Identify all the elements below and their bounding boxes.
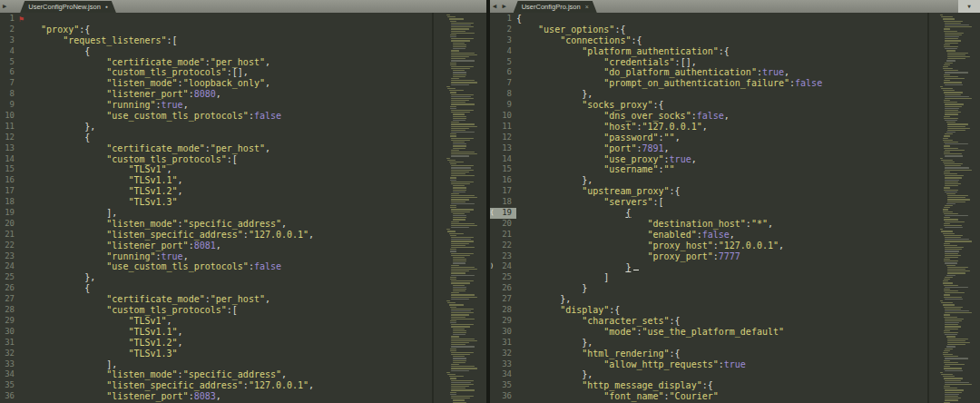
line-number: 23 <box>0 251 19 262</box>
code-line[interactable]: "proxy_port":7777 <box>516 251 938 262</box>
code-line[interactable]: "listen_mode":"loopback_only", <box>19 78 445 89</box>
code-line[interactable]: "listen_specific_address":"127.0.0.1", <box>19 380 445 391</box>
code-line[interactable]: "do_platform_authentication":true, <box>516 67 938 78</box>
code-line[interactable]: "password":"", <box>516 133 938 143</box>
code-line[interactable]: "use_custom_tls_protocols":false <box>19 261 445 272</box>
code-line[interactable]: "proxy":{ <box>19 25 445 35</box>
code-line[interactable]: { <box>516 208 938 219</box>
code-line[interactable]: ], <box>19 359 445 370</box>
nav-back-forward-icons[interactable]: ◀ ▶ <box>490 3 510 10</box>
minimap-line <box>945 319 964 319</box>
code-line[interactable]: ] <box>516 272 938 283</box>
minimap-line <box>451 167 471 168</box>
tab-overflow-button[interactable]: ▼ <box>958 0 980 13</box>
code-line[interactable]: "TLSv1.1", <box>19 175 445 186</box>
code-line[interactable]: "user_options":{ <box>516 25 938 35</box>
code-line[interactable]: "html_rendering":{ <box>516 349 938 359</box>
tab-close-icon[interactable]: × <box>585 1 589 13</box>
minimap-line <box>451 384 474 385</box>
code-line[interactable]: { <box>19 133 445 143</box>
code-line[interactable]: "character_sets":{ <box>516 316 938 327</box>
left-code-area[interactable]: ⚑"proxy":{"request_listeners":[{"certifi… <box>19 13 445 403</box>
code-line[interactable]: "prompt_on_authentication_failure":false <box>516 78 938 89</box>
code-line[interactable]: { <box>19 283 445 294</box>
code-line[interactable]: "upstream_proxy":{ <box>516 186 938 197</box>
gutter-marker-icon <box>490 359 497 370</box>
code-line[interactable]: "listen_mode":"specific_address", <box>19 369 445 380</box>
code-line[interactable]: "dns_over_socks":false, <box>516 111 938 122</box>
tab-userconfigpronew[interactable]: UserConfigProNew.json ● <box>20 1 116 13</box>
code-line[interactable]: "certificate_mode":"per_host", <box>19 294 445 305</box>
gutter-marker-icon <box>490 67 497 78</box>
code-line[interactable]: "allow_http_requests":true <box>516 359 938 370</box>
code-line[interactable]: "listener_port":8080, <box>19 89 445 100</box>
code-line[interactable]: "TLSv1.1", <box>19 327 445 338</box>
code-line[interactable]: "connections":{ <box>516 35 938 46</box>
minimap-line <box>944 378 963 378</box>
minimap-line <box>450 34 457 35</box>
minimap-line <box>451 78 459 79</box>
right-minimap[interactable] <box>938 13 980 403</box>
tab-userconfigpro[interactable]: UserConfigPro.json × <box>514 1 597 13</box>
code-line[interactable]: "listener_port":8081, <box>19 241 445 251</box>
code-line[interactable]: "servers":[ <box>516 197 938 208</box>
minimap-line <box>451 58 466 59</box>
code-line[interactable]: "listener_port":8083, <box>19 391 445 402</box>
code-line[interactable]: "running":true, <box>19 251 445 262</box>
code-line[interactable]: "TLSv1", <box>19 164 445 175</box>
code-line[interactable]: }, <box>19 122 445 133</box>
minimap-line <box>451 237 474 238</box>
minimap-line <box>945 241 972 241</box>
code-line[interactable]: "proxy_host":"127.0.0.1", <box>516 241 938 251</box>
code-line[interactable]: ], <box>19 208 445 219</box>
code-line[interactable]: "certificate_mode":"per_host", <box>19 57 445 68</box>
code-line[interactable]: "TLSv1.2", <box>19 338 445 349</box>
code-line[interactable]: "running":true, <box>19 100 445 111</box>
code-line[interactable]: "TLSv1.3" <box>19 349 445 359</box>
minimap-line <box>945 112 960 113</box>
tab-dirty-dot-icon[interactable]: ● <box>105 1 108 13</box>
code-line[interactable]: "platform_authentication":{ <box>516 46 938 57</box>
code-line[interactable]: "username":"" <box>516 164 938 175</box>
code-line[interactable]: "certificate_mode":"per_host", <box>19 143 445 154</box>
minimap-line <box>945 227 963 228</box>
code-line[interactable]: "host":"127.0.0.1", <box>516 122 938 133</box>
code-line[interactable]: "display":{ <box>516 305 938 316</box>
code-line[interactable]: "custom_tls_protocols":[ <box>19 305 445 316</box>
code-line[interactable]: "socks_proxy":{ <box>516 100 938 111</box>
code-line[interactable]: }, <box>516 369 938 380</box>
code-line[interactable]: { <box>19 46 445 57</box>
code-line[interactable]: ⚑ <box>19 14 445 25</box>
code-line[interactable]: "use_custom_tls_protocols":false <box>19 111 445 122</box>
minimap-line <box>944 368 962 369</box>
code-line[interactable]: "custom_tls_protocols":[ <box>19 154 445 165</box>
code-line[interactable]: "destination_host":"*", <box>516 219 938 230</box>
code-line[interactable]: }, <box>516 294 938 305</box>
code-line[interactable]: }, <box>516 338 938 349</box>
code-line[interactable]: "use_proxy":true, <box>516 154 938 165</box>
code-line[interactable]: "TLSv1", <box>19 316 445 327</box>
code-line[interactable]: "listen_mode":"specific_address", <box>19 219 445 230</box>
code-line[interactable]: "custom_tls_protocols":[], <box>19 67 445 78</box>
code-line[interactable]: "credentials":[], <box>516 57 938 68</box>
minimap-line <box>447 374 455 375</box>
code-line[interactable]: "TLSv1.2", <box>19 186 445 197</box>
code-line[interactable]: }, <box>516 89 938 100</box>
code-line[interactable]: }, <box>516 175 938 186</box>
minimap-line <box>947 344 965 345</box>
code-line[interactable]: { <box>516 14 938 25</box>
right-code-area[interactable]: {"user_options":{"connections":{"platfor… <box>516 13 938 403</box>
code-line[interactable]: "TLSv1.3" <box>19 197 445 208</box>
code-line[interactable]: "request_listeners":[ <box>19 35 445 46</box>
code-line[interactable]: "listen_specific_address":"127.0.0.1", <box>19 230 445 241</box>
code-line[interactable]: } <box>516 283 938 294</box>
code-line[interactable]: "http_message_display":{ <box>516 380 938 391</box>
code-line[interactable]: "enabled":false, <box>516 230 938 241</box>
left-minimap[interactable] <box>445 13 486 403</box>
code-line[interactable]: "mode":"use_the_platform_default" <box>516 327 938 338</box>
code-line[interactable]: "font_name":"Courier" <box>516 391 938 402</box>
code-line[interactable]: }, <box>19 272 445 283</box>
code-line[interactable]: } <box>516 261 938 272</box>
nav-forward-icon[interactable]: ▶ <box>0 3 10 10</box>
code-line[interactable]: "port":7891, <box>516 143 938 154</box>
